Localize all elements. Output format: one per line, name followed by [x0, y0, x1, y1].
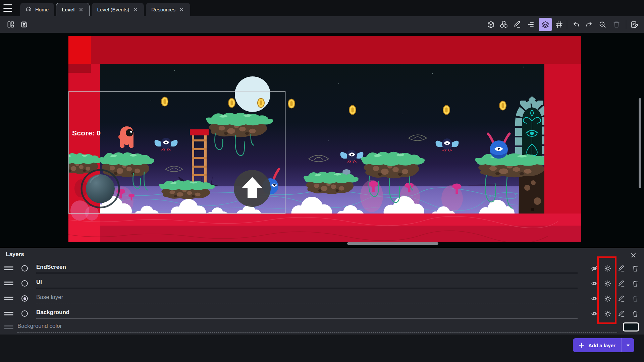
scene-render	[0, 33, 644, 247]
tab-level-label: Level	[62, 7, 74, 12]
background-color-label: Background color	[17, 323, 557, 329]
edit-effects-icon[interactable]	[617, 294, 626, 303]
drag-handle-icon[interactable]	[4, 297, 13, 300]
pink-blob	[85, 206, 99, 221]
background-color-swatch[interactable]	[623, 322, 639, 331]
score-text-object[interactable]: Score: 0	[72, 129, 101, 137]
layer-name-field[interactable]: Background	[36, 309, 576, 316]
layer-row: Background	[0, 306, 644, 321]
drag-handle-icon[interactable]	[4, 312, 13, 315]
layer-radio[interactable]	[21, 310, 28, 317]
lighting-sun-icon[interactable]	[603, 264, 612, 273]
add-object-icon[interactable]	[484, 18, 497, 31]
grid-icon[interactable]	[552, 18, 566, 31]
save-icon[interactable]	[17, 18, 31, 31]
horizontal-scrollbar[interactable]	[347, 242, 438, 245]
tab-bar: Home Level Level (Events) Resources	[0, 0, 644, 16]
joystick-control[interactable]	[82, 170, 119, 207]
close-tab-icon[interactable]	[78, 7, 84, 13]
hamburger-menu-icon[interactable]	[3, 4, 14, 12]
delete-layer-icon[interactable]	[631, 309, 640, 318]
scene-canvas[interactable]: Score: 0 2463;200	[0, 33, 644, 247]
layer-radio[interactable]	[21, 280, 28, 287]
lighting-sun-icon[interactable]	[603, 279, 612, 288]
panel-footer: Add a layer	[0, 335, 644, 362]
edit-effects-icon[interactable]	[617, 279, 626, 288]
layers-panel: Layers EndScreen UI	[0, 248, 644, 362]
panels-layout-icon[interactable]	[4, 18, 17, 31]
layer-radio-selected[interactable]	[21, 295, 28, 302]
layer-row: Base layer	[0, 291, 644, 306]
add-layer-options-caret[interactable]	[622, 338, 634, 352]
tab-home-label: Home	[35, 7, 49, 12]
background-color-row: Background color	[0, 320, 644, 336]
visibility-off-icon[interactable]	[590, 264, 599, 273]
tab-level-events-label: Level (Events)	[97, 7, 129, 12]
delete-layer-icon-disabled	[631, 294, 640, 303]
tab-resources[interactable]: Resources	[146, 3, 190, 16]
close-panel-icon[interactable]	[629, 251, 637, 259]
visibility-on-icon[interactable]	[590, 294, 599, 303]
objects-groups-icon[interactable]	[497, 18, 511, 31]
undo-icon[interactable]	[570, 18, 583, 31]
scene-properties-icon[interactable]	[628, 18, 641, 31]
visibility-on-icon[interactable]	[590, 279, 599, 288]
jump-button[interactable]	[234, 170, 271, 207]
zoom-icon[interactable]	[596, 18, 609, 31]
lighting-sun-icon[interactable]	[603, 309, 612, 318]
layer-radio[interactable]	[21, 265, 28, 272]
add-layer-button-main[interactable]: Add a layer	[573, 338, 622, 352]
tab-home[interactable]: Home	[20, 3, 54, 16]
delete-layer-icon[interactable]	[631, 264, 640, 273]
layer-name-field[interactable]: UI	[36, 279, 576, 286]
visibility-on-icon[interactable]	[590, 309, 599, 318]
lighting-sun-icon[interactable]	[603, 294, 612, 303]
close-tab-icon[interactable]	[132, 6, 139, 12]
redo-icon[interactable]	[582, 18, 596, 31]
layers-panel-title: Layers	[6, 251, 24, 258]
add-layer-label: Add a layer	[588, 343, 615, 348]
layer-name-field[interactable]: Base layer	[36, 294, 576, 301]
tab-level-events[interactable]: Level (Events)	[92, 3, 144, 16]
close-tab-icon[interactable]	[179, 6, 185, 12]
delete-layer-icon[interactable]	[631, 279, 640, 288]
chevron-down-icon	[626, 344, 630, 347]
tab-level[interactable]: Level	[56, 3, 90, 16]
home-icon	[25, 6, 32, 13]
edit-effects-icon[interactable]	[617, 309, 626, 318]
edit-pencil-icon[interactable]	[511, 18, 524, 31]
plus-icon	[579, 343, 584, 348]
editor-toolbar: Preview Publish	[0, 16, 644, 33]
add-layer-button[interactable]: Add a layer	[573, 338, 634, 352]
layer-name-field[interactable]: EndScreen	[36, 264, 576, 270]
edit-effects-icon[interactable]	[617, 264, 626, 273]
drag-handle-icon	[4, 325, 13, 329]
layer-row: UI	[0, 276, 644, 291]
tab-resources-label: Resources	[151, 7, 175, 12]
drag-handle-icon[interactable]	[4, 266, 13, 270]
delete-icon[interactable]	[610, 18, 623, 31]
layer-row: EndScreen	[0, 261, 644, 276]
drag-handle-icon[interactable]	[4, 282, 13, 285]
moon[interactable]	[235, 76, 270, 112]
vertical-scrollbar[interactable]	[639, 98, 641, 188]
instances-list-icon[interactable]	[524, 18, 537, 31]
layers-panel-icon[interactable]	[539, 18, 552, 31]
